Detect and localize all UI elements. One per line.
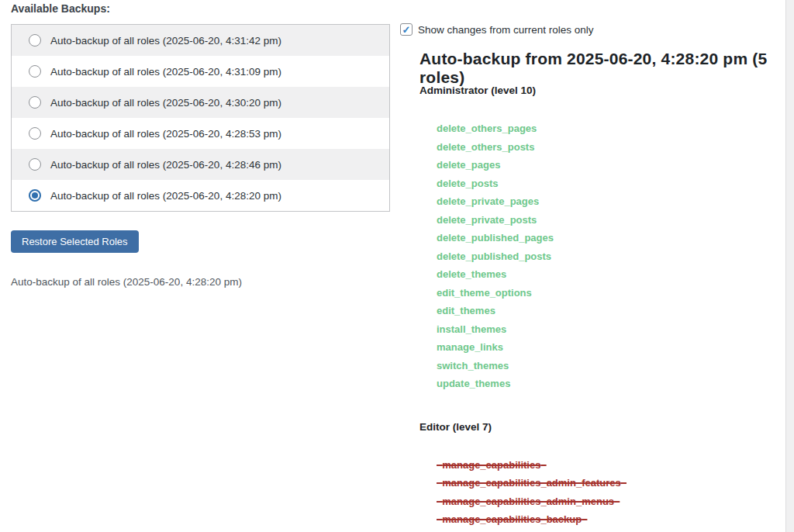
backup-option-label: Auto-backup of all roles (2025-06-20, 4:… [50, 159, 281, 171]
capability-added: delete_themes [437, 265, 776, 284]
backup-option-row[interactable]: Auto-backup of all roles (2025-06-20, 4:… [12, 180, 389, 211]
role-name: Administrator (level 10) [419, 85, 776, 96]
scrollbar-track[interactable] [785, 0, 794, 532]
capability-added: switch_themes [437, 357, 776, 375]
backup-option-label: Auto-backup of all roles (2025-06-20, 4:… [50, 128, 281, 140]
backup-option-label: Auto-backup of all roles (2025-06-20, 4:… [50, 66, 281, 78]
filter-label: Show changes from current roles only [418, 24, 594, 36]
capability-removed: manage_capabilities_admin_features [437, 474, 776, 492]
backup-option-row[interactable]: Auto-backup of all roles (2025-06-20, 4:… [12, 56, 389, 87]
backup-diff-title: Auto-backup from 2025-06-20, 4:28:20 pm … [419, 50, 794, 87]
backup-option-row[interactable]: Auto-backup of all roles (2025-06-20, 4:… [12, 25, 389, 56]
role-name: Editor (level 7) [419, 421, 776, 433]
backup-radio[interactable] [29, 158, 41, 171]
role-backup-page: Available Backups: Auto-backup of all ro… [0, 0, 794, 532]
backup-option-label: Auto-backup of all roles (2025-06-20, 4:… [50, 190, 281, 202]
backup-list: Auto-backup of all roles (2025-06-20, 4:… [11, 24, 390, 212]
backup-option-label: Auto-backup of all roles (2025-06-20, 4:… [50, 97, 281, 109]
selected-backup-caption: Auto-backup of all roles (2025-06-20, 4:… [11, 276, 242, 288]
backup-option-row[interactable]: Auto-backup of all roles (2025-06-20, 4:… [12, 87, 389, 118]
capability-removed: manage_capabilities [437, 456, 776, 475]
capability-added: delete_private_posts [437, 211, 776, 230]
capability-added: delete_others_posts [437, 138, 776, 157]
capability-list: delete_others_pagesdelete_others_postsde… [419, 119, 776, 393]
role-section: Editor (level 7) manage_capabilitiesmana… [419, 421, 776, 529]
restore-selected-roles-button[interactable]: Restore Selected Roles [11, 230, 139, 253]
capability-added: edit_theme_options [437, 284, 776, 302]
capability-added: install_themes [437, 320, 776, 339]
show-changes-filter[interactable]: ✓ Show changes from current roles only [400, 23, 594, 36]
backup-radio[interactable] [29, 189, 41, 202]
capability-removed: manage_capabilities_backup [437, 510, 776, 529]
capability-added: manage_links [437, 338, 776, 357]
backup-option-label: Auto-backup of all roles (2025-06-20, 4:… [50, 35, 281, 47]
role-section: Administrator (level 10) delete_others_p… [419, 85, 776, 393]
capability-added: delete_pages [437, 156, 776, 174]
capability-added: update_themes [437, 375, 776, 393]
capability-added: edit_themes [437, 302, 776, 320]
backup-radio[interactable] [29, 65, 41, 78]
backup-option-row[interactable]: Auto-backup of all roles (2025-06-20, 4:… [12, 118, 389, 149]
capability-removed: manage_capabilities_admin_menus [437, 492, 776, 511]
capability-added: delete_posts [437, 174, 776, 193]
capability-list: manage_capabilitiesmanage_capabilities_a… [419, 456, 776, 529]
role-changes-list: Administrator (level 10) delete_others_p… [419, 85, 776, 532]
checkbox-checked-icon[interactable]: ✓ [400, 23, 413, 36]
capability-added: delete_published_posts [437, 247, 776, 266]
backup-radio[interactable] [29, 34, 41, 47]
capability-added: delete_private_pages [437, 192, 776, 211]
backup-radio[interactable] [29, 96, 41, 109]
available-backups-heading: Available Backups: [11, 2, 110, 15]
capability-added: delete_published_pages [437, 229, 776, 247]
backup-option-row[interactable]: Auto-backup of all roles (2025-06-20, 4:… [12, 149, 389, 180]
capability-added: delete_others_pages [437, 119, 776, 138]
backup-radio[interactable] [29, 127, 41, 140]
